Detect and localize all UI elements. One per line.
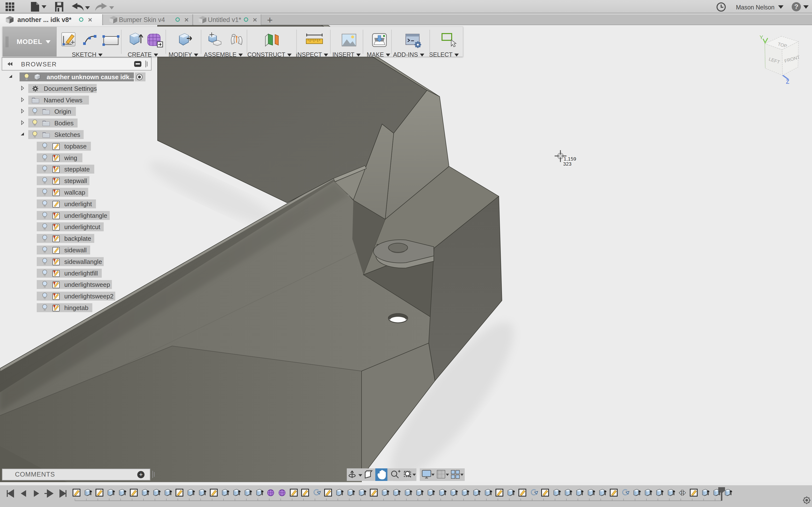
svg-text:Z: Z [786, 79, 789, 85]
svg-text:Y: Y [760, 34, 763, 40]
svg-text:1,159: 1,159 [564, 156, 576, 162]
svg-text:323: 323 [563, 161, 571, 167]
svg-text:BROWSER: BROWSER [21, 61, 57, 68]
